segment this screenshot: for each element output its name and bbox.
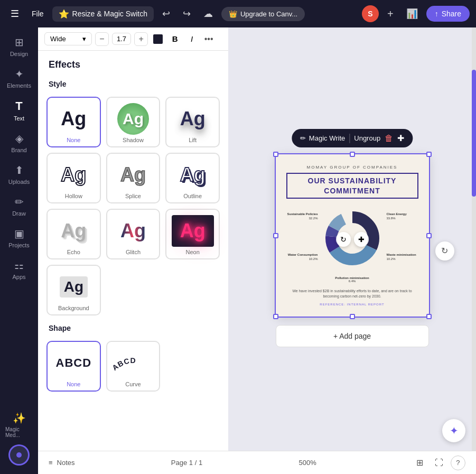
style-glitch-preview: Ag	[112, 215, 154, 247]
style-shadow-preview: Ag	[112, 103, 154, 135]
sidebar-label-apps: Apps	[12, 274, 25, 280]
fullscreen-button[interactable]: ⛶	[432, 456, 446, 470]
magic-med-icon: ✨	[13, 412, 26, 424]
chart-add-button[interactable]: ✚	[354, 232, 369, 247]
sidebar-label-text: Text	[14, 115, 24, 122]
add-page-button[interactable]: + Add page	[276, 325, 429, 347]
style-section-label: Style	[38, 76, 228, 92]
style-lift[interactable]: Ag Lift	[165, 97, 220, 147]
expand-button[interactable]: ✚	[397, 133, 404, 143]
page-indicator: Page 1 / 1	[171, 459, 202, 467]
chart-action-buttons: ↻ ✚	[336, 232, 369, 247]
delete-button[interactable]: 🗑	[385, 134, 393, 143]
color-swatch	[153, 34, 163, 44]
sidebar-item-projects[interactable]: ▣ Projects	[3, 223, 35, 253]
title-area[interactable]: ⭐ Resize & Magic Switch	[52, 6, 154, 22]
redo-button[interactable]: ↪	[179, 6, 195, 22]
shape-none-label: None	[67, 381, 80, 387]
shape-curve[interactable]: ABCD Curve	[106, 341, 161, 392]
style-background[interactable]: Ag Background	[46, 265, 101, 315]
canvas-card[interactable]: Momay Group of Companies OUR SUSTAINABIL…	[276, 154, 429, 316]
effects-header: Effects	[38, 51, 228, 76]
sidebar-label-brand: Brand	[11, 147, 26, 153]
style-splice[interactable]: Ag Splice	[106, 153, 161, 203]
right-scrollbar[interactable]	[472, 27, 476, 451]
avatar[interactable]: S	[362, 5, 379, 22]
font-dropdown[interactable]: Wide ▾	[44, 32, 92, 45]
grid-view-button[interactable]: ⊞	[413, 456, 427, 470]
sidebar-label-elements: Elements	[7, 82, 31, 89]
menu-icon[interactable]: ☰	[6, 6, 23, 22]
sidebar-label-projects: Projects	[8, 242, 30, 248]
style-shadow[interactable]: Ag Shadow	[106, 97, 161, 147]
magic-write-button[interactable]: ✏ Magic Write	[300, 134, 345, 142]
title-icon: ⭐	[59, 9, 69, 19]
left-sidebar: ⊞ Design ✦ Elements T Text ◈ Brand ⬆ Upl…	[0, 27, 38, 474]
style-echo[interactable]: Ag Echo	[46, 209, 101, 259]
ungroup-button[interactable]: Ungroup	[354, 134, 380, 142]
svg-text:ABCD: ABCD	[112, 356, 136, 372]
projects-icon: ▣	[14, 227, 24, 240]
title-text: Resize & Magic Switch	[72, 10, 147, 18]
notes-button[interactable]: ≡ Notes	[49, 459, 75, 467]
card-popup: ✏ Magic Write Ungroup 🗑 ✚	[292, 129, 413, 147]
style-shadow-label: Shadow	[123, 137, 144, 143]
style-outline-preview: Ag	[172, 159, 214, 191]
file-button[interactable]: File	[27, 7, 48, 20]
help-button[interactable]: ?	[451, 456, 465, 470]
chart-refresh-button[interactable]: ↻	[336, 232, 351, 247]
scrollbar-thumb	[472, 70, 476, 197]
text-color-button[interactable]	[151, 32, 165, 46]
sidebar-item-text[interactable]: T Text	[3, 95, 35, 126]
sidebar-item-design[interactable]: ⊞ Design	[3, 32, 35, 61]
style-neon[interactable]: Ag Neon	[165, 209, 220, 259]
share-button[interactable]: ↑ Share	[426, 6, 470, 22]
shape-none[interactable]: ABCD None	[46, 341, 101, 392]
style-glitch-label: Glitch	[126, 249, 141, 255]
bold-button[interactable]: B	[168, 32, 182, 46]
style-splice-label: Splice	[125, 193, 141, 199]
upgrade-label: Upgrade to Canv...	[240, 10, 297, 18]
sidebar-item-brand[interactable]: ◈ Brand	[3, 128, 35, 157]
topbar: ☰ File ⭐ Resize & Magic Switch ↩ ↪ ☁ 👑 U…	[0, 0, 476, 27]
format-bar: Wide ▾ − 1.7 + B I •••	[38, 27, 228, 51]
italic-button[interactable]: I	[185, 32, 199, 46]
sidebar-item-apps[interactable]: ⚏ Apps	[3, 255, 35, 284]
draw-icon: ✏	[15, 196, 24, 208]
plus-button[interactable]: +	[383, 6, 398, 22]
sidebar-avatar-small[interactable]	[8, 444, 30, 466]
sidebar-item-draw[interactable]: ✏ Draw	[3, 191, 35, 221]
style-none[interactable]: Ag None	[46, 97, 101, 147]
apps-icon: ⚏	[14, 259, 24, 272]
effects-panel: Wide ▾ − 1.7 + B I ••• Effects Style Ag	[38, 27, 228, 474]
sidebar-item-elements[interactable]: ✦ Elements	[3, 63, 35, 93]
increase-font-button[interactable]: +	[134, 32, 148, 46]
cloud-button[interactable]: ☁	[199, 6, 217, 22]
decrease-font-button[interactable]: −	[95, 32, 109, 46]
canvas-refresh-button[interactable]: ↻	[435, 241, 454, 261]
more-options-button[interactable]: •••	[202, 32, 216, 46]
chart-button[interactable]: 📊	[402, 6, 422, 22]
sidebar-label-draw: Draw	[12, 210, 26, 217]
share-label: Share	[442, 10, 461, 18]
style-echo-preview: Ag	[52, 215, 95, 247]
card-company: Momay Group of Companies	[286, 165, 418, 170]
card-body-text: We have invested $2B in sustainability e…	[286, 289, 418, 300]
zoom-level[interactable]: 500%	[298, 459, 316, 467]
style-outline[interactable]: Ag Outline	[165, 153, 220, 203]
style-hollow-label: Hollow	[65, 193, 82, 199]
style-glitch[interactable]: Ag Glitch	[106, 209, 161, 259]
magic-assistant-button[interactable]: ✦	[442, 419, 465, 442]
style-hollow[interactable]: Ag Hollow	[46, 153, 101, 203]
upgrade-button[interactable]: 👑 Upgrade to Canv...	[221, 7, 305, 21]
style-none-label: None	[67, 137, 80, 143]
notes-icon: ≡	[49, 459, 53, 467]
sidebar-label-uploads: Uploads	[8, 179, 30, 185]
sidebar-item-magic-med[interactable]: ✨ Magic Med...	[3, 407, 35, 442]
canvas-area[interactable]: ✏ Magic Write Ungroup 🗑 ✚	[228, 27, 476, 474]
undo-button[interactable]: ↩	[158, 6, 174, 22]
chart-label-waste: Waste minimisation10.2%	[387, 253, 429, 262]
style-none-preview: Ag	[52, 103, 95, 135]
shape-curve-preview: ABCD	[112, 347, 154, 379]
sidebar-item-uploads[interactable]: ⬆ Uploads	[3, 160, 35, 189]
